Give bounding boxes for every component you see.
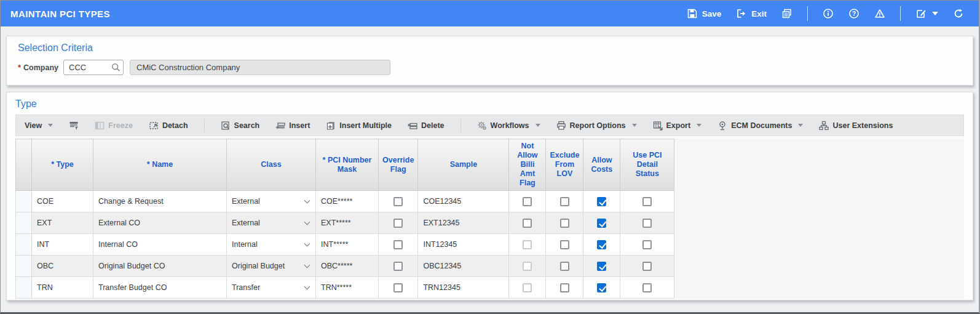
allow-costs-checkbox[interactable] (597, 197, 606, 206)
cell-class-dropdown[interactable]: Transfer (227, 277, 316, 299)
search-icon[interactable] (111, 63, 121, 72)
row-selector[interactable] (16, 212, 32, 234)
report-options-menu-button[interactable]: Report Options (556, 121, 637, 131)
cell-sample[interactable]: OBC12345 (418, 256, 509, 277)
chevron-down-icon (697, 124, 701, 127)
query-by-example-button[interactable] (69, 121, 79, 131)
type-value: COE (37, 197, 53, 206)
exclude-from-lov-checkbox[interactable] (560, 240, 569, 249)
freeze-button: Freeze (95, 121, 133, 131)
search-button[interactable]: Search (221, 121, 260, 131)
exit-button[interactable]: Exit (730, 4, 773, 23)
allow-costs-checkbox[interactable] (597, 219, 606, 228)
cell-exclude-from-lov (546, 212, 583, 234)
user-extensions-button[interactable]: User Extensions (819, 121, 893, 131)
override-flag-checkbox[interactable] (393, 240, 403, 249)
column-header-override-flag[interactable]: Override Flag (379, 139, 418, 191)
cell-sample[interactable]: COE12345 (418, 191, 509, 212)
use-pci-detail-status-checkbox[interactable] (642, 197, 652, 206)
cell-type[interactable]: EXT (32, 212, 93, 234)
not-allow-billi-amt-flag-checkbox[interactable] (523, 219, 532, 228)
cell-name[interactable]: Internal CO (93, 234, 227, 256)
cell-class-dropdown[interactable]: Original Budget (227, 256, 316, 277)
cell-pci-number-mask[interactable]: TRN***** (316, 277, 379, 299)
use-pci-detail-status-checkbox[interactable] (642, 262, 652, 271)
cell-pci-number-mask[interactable]: OBC***** (316, 256, 379, 277)
column-header-sample[interactable]: Sample (418, 139, 509, 191)
column-header-type[interactable]: * Type (32, 139, 93, 191)
column-header-pci-number-mask[interactable]: * PCI Number Mask (316, 139, 379, 191)
override-flag-checkbox[interactable] (393, 197, 403, 206)
exclude-from-lov-checkbox[interactable] (560, 197, 569, 206)
help-button[interactable]: ? (842, 4, 866, 23)
override-flag-checkbox[interactable] (393, 283, 403, 292)
cell-sample[interactable]: TRN12345 (418, 277, 509, 299)
cell-class-dropdown[interactable]: External (227, 191, 316, 212)
workflows-menu-button[interactable]: Workflows (477, 121, 540, 131)
insert-multiple-button[interactable]: Insert Multiple (326, 121, 392, 131)
column-header-name[interactable]: * Name (93, 139, 227, 191)
refresh-button[interactable] (947, 4, 970, 23)
cell-name[interactable]: Original Budget CO (93, 256, 227, 277)
insert-label: Insert (289, 121, 310, 130)
column-header-not-allow-billi-amt-flag[interactable]: Not Allow Billi Amt Flag (509, 139, 546, 191)
freeze-label: Freeze (108, 121, 133, 130)
allow-costs-checkbox[interactable] (597, 283, 606, 292)
cell-type[interactable]: INT (32, 234, 93, 256)
allow-costs-checkbox[interactable] (597, 240, 606, 249)
chevron-down-icon (798, 124, 803, 127)
copy-pages-icon (781, 8, 792, 19)
ecm-documents-menu-button[interactable]: ECM Documents (717, 121, 803, 131)
cell-type[interactable]: TRN (32, 277, 93, 299)
cell-sample[interactable]: INT12345 (418, 234, 509, 256)
page-title: MAINTAIN PCI TYPES (10, 9, 110, 19)
edit-menu-button[interactable] (909, 4, 944, 23)
cell-type[interactable]: OBC (32, 256, 93, 277)
exclude-from-lov-checkbox[interactable] (560, 283, 569, 292)
cell-class-dropdown[interactable]: Internal (227, 234, 316, 256)
app-window: MAINTAIN PCI TYPES Save Exit (0, 0, 980, 314)
cell-name[interactable]: External CO (93, 212, 227, 234)
override-flag-checkbox[interactable] (393, 262, 403, 271)
exclude-from-lov-checkbox[interactable] (560, 262, 569, 271)
exclude-from-lov-checkbox[interactable] (560, 219, 569, 228)
info-icon (823, 8, 834, 19)
type-value: EXT (37, 219, 52, 227)
cell-type[interactable]: COE (32, 191, 93, 212)
row-selector[interactable] (16, 191, 32, 212)
column-header-exclude-from-lov[interactable]: Exclude From LOV (546, 139, 583, 191)
allow-costs-checkbox[interactable] (597, 262, 606, 271)
save-button[interactable]: Save (681, 4, 728, 23)
cell-name[interactable]: Change & Request (93, 191, 227, 212)
table-row: COE Change & Request External COE***** C… (16, 191, 674, 212)
row-selector[interactable] (16, 234, 32, 256)
delete-button[interactable]: Delete (408, 121, 445, 131)
titlebar-actions: Save Exit ? (681, 4, 970, 23)
cell-override-flag (379, 212, 418, 234)
column-header-allow-costs[interactable]: Allow Costs (583, 139, 620, 191)
cell-pci-number-mask[interactable]: EXT***** (316, 212, 379, 234)
row-selector[interactable] (16, 277, 32, 299)
not-allow-billi-amt-flag-checkbox[interactable] (523, 197, 532, 206)
column-header-class[interactable]: Class (227, 139, 316, 191)
use-pci-detail-status-checkbox[interactable] (642, 219, 652, 228)
insert-button[interactable]: Insert (275, 121, 310, 131)
use-pci-detail-status-checkbox[interactable] (642, 240, 652, 249)
cell-pci-number-mask[interactable]: INT***** (316, 234, 379, 256)
row-selector[interactable] (16, 256, 32, 277)
mask-value: COE***** (321, 197, 352, 206)
cell-pci-number-mask[interactable]: COE***** (316, 191, 379, 212)
detach-button[interactable]: Detach (149, 121, 188, 131)
cell-sample[interactable]: EXT12345 (418, 212, 509, 234)
export-menu-button[interactable]: Export (653, 121, 702, 131)
cell-class-dropdown[interactable]: External (227, 212, 316, 234)
override-flag-checkbox[interactable] (393, 219, 403, 228)
table-row: OBC Original Budget CO Original Budget O… (16, 256, 674, 277)
copy-pages-button[interactable] (775, 4, 799, 23)
warning-button[interactable] (868, 4, 891, 23)
info-button[interactable] (816, 4, 840, 23)
view-menu-button[interactable]: View (25, 121, 53, 130)
column-header-use-pci-detail-status[interactable]: Use PCI Detail Status (620, 139, 674, 191)
use-pci-detail-status-checkbox[interactable] (642, 283, 652, 292)
cell-name[interactable]: Transfer Budget CO (93, 277, 227, 299)
